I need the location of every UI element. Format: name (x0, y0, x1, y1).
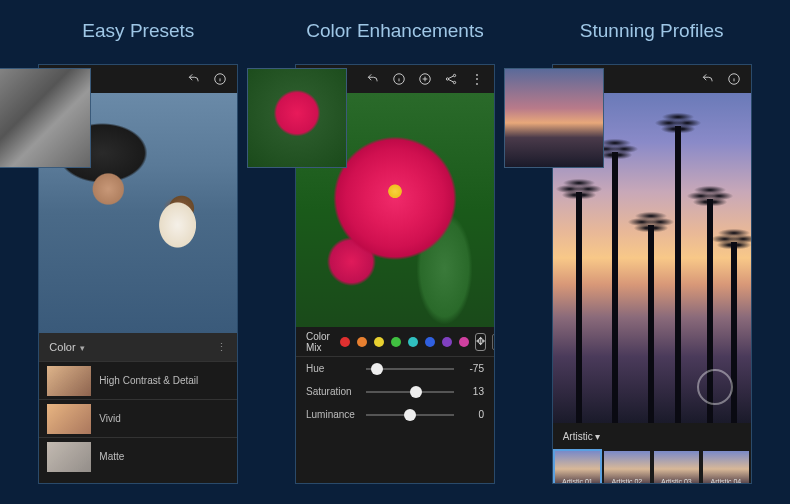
slider-knob[interactable] (410, 386, 422, 398)
preset-row[interactable]: High Contrast & Detail (39, 361, 237, 399)
svg-point-3 (446, 78, 448, 80)
more-icon[interactable]: ⋮ (216, 341, 227, 354)
slider-label: Hue (306, 363, 358, 374)
palm-silhouette (675, 126, 681, 423)
palm-silhouette (576, 192, 582, 423)
color-picker-icon[interactable]: ✥ (475, 333, 486, 351)
profile-thumbnail[interactable]: Artistic 01 (555, 451, 601, 484)
color-mix-header: Color Mix ✥ DONE (296, 327, 494, 357)
preset-thumbnail (47, 442, 91, 472)
preset-thumbnail (47, 366, 91, 396)
radial-filter-ring[interactable] (697, 369, 733, 405)
section-label: Color (49, 341, 75, 353)
profile-label: Artistic 03 (661, 478, 692, 484)
panel-color-enhancements: Color Enhancements ⋮ Color Mix ✥ DON (272, 20, 517, 484)
palm-silhouette (648, 225, 654, 423)
preset-row[interactable]: Matte (39, 437, 237, 475)
slider-track[interactable] (366, 391, 454, 393)
slider-knob[interactable] (404, 409, 416, 421)
slider-value: 13 (462, 386, 484, 397)
palm-silhouette (731, 242, 737, 424)
color-dot-blue[interactable] (425, 337, 435, 347)
color-dot-magenta[interactable] (459, 337, 469, 347)
slider-saturation: Saturation 13 (296, 380, 494, 403)
preset-label: Matte (99, 451, 124, 462)
profile-section-header[interactable]: Artistic ▾ (553, 423, 751, 449)
profile-label: Artistic 02 (612, 478, 643, 484)
before-thumbnail[interactable] (0, 68, 91, 168)
palm-silhouette (612, 152, 618, 423)
info-icon[interactable] (392, 72, 406, 86)
preset-thumbnail (47, 404, 91, 434)
profile-thumbnail[interactable]: Artistic 04 (703, 451, 749, 484)
color-dot-aqua[interactable] (408, 337, 418, 347)
panel-title: Easy Presets (82, 20, 194, 42)
before-thumbnail[interactable] (504, 68, 604, 168)
preset-row[interactable]: Vivid (39, 399, 237, 437)
color-dot-green[interactable] (391, 337, 401, 347)
slider-label: Luminance (306, 409, 358, 420)
svg-point-5 (453, 81, 455, 83)
more-icon[interactable]: ⋮ (470, 72, 484, 86)
slider-label: Saturation (306, 386, 358, 397)
before-thumbnail[interactable] (247, 68, 347, 168)
panel-title: Color Enhancements (306, 20, 483, 42)
panel-title: Stunning Profiles (580, 20, 724, 42)
info-icon[interactable] (213, 72, 227, 86)
slider-hue: Hue -75 (296, 357, 494, 380)
color-dot-row (340, 337, 469, 347)
panel-stunning-profiles: Stunning Profiles Artistic ▾ Artistic 01… (529, 20, 774, 484)
share-icon[interactable] (444, 72, 458, 86)
done-button[interactable]: DONE (492, 334, 495, 350)
undo-icon[interactable] (701, 72, 715, 86)
color-dot-orange[interactable] (357, 337, 367, 347)
slider-value: -75 (462, 363, 484, 374)
preset-label: Vivid (99, 413, 121, 424)
info-icon[interactable] (727, 72, 741, 86)
panel-easy-presets: Easy Presets Color▾ ⋮ High Contrast & De… (16, 20, 261, 484)
section-label: Color Mix (306, 331, 330, 353)
profile-label: Artistic 01 (562, 478, 593, 484)
chevron-down-icon: ▾ (80, 343, 85, 353)
add-icon[interactable] (418, 72, 432, 86)
slider-track[interactable] (366, 414, 454, 416)
section-label: Artistic (563, 431, 593, 442)
slider-luminance: Luminance 0 (296, 403, 494, 426)
color-dot-purple[interactable] (442, 337, 452, 347)
profile-thumbnail[interactable]: Artistic 03 (654, 451, 700, 484)
presets-section-header[interactable]: Color▾ ⋮ (39, 333, 237, 361)
color-dot-red[interactable] (340, 337, 350, 347)
chevron-down-icon: ▾ (593, 431, 601, 442)
profile-label: Artistic 04 (711, 478, 742, 484)
preset-label: High Contrast & Detail (99, 375, 198, 386)
slider-value: 0 (462, 409, 484, 420)
color-dot-yellow[interactable] (374, 337, 384, 347)
slider-track[interactable] (366, 368, 454, 370)
profile-thumbnail[interactable]: Artistic 02 (604, 451, 650, 484)
undo-icon[interactable] (366, 72, 380, 86)
undo-icon[interactable] (187, 72, 201, 86)
slider-knob[interactable] (371, 363, 383, 375)
profile-strip: Artistic 01 Artistic 02 Artistic 03 Arti… (553, 449, 751, 484)
svg-point-4 (453, 74, 455, 76)
